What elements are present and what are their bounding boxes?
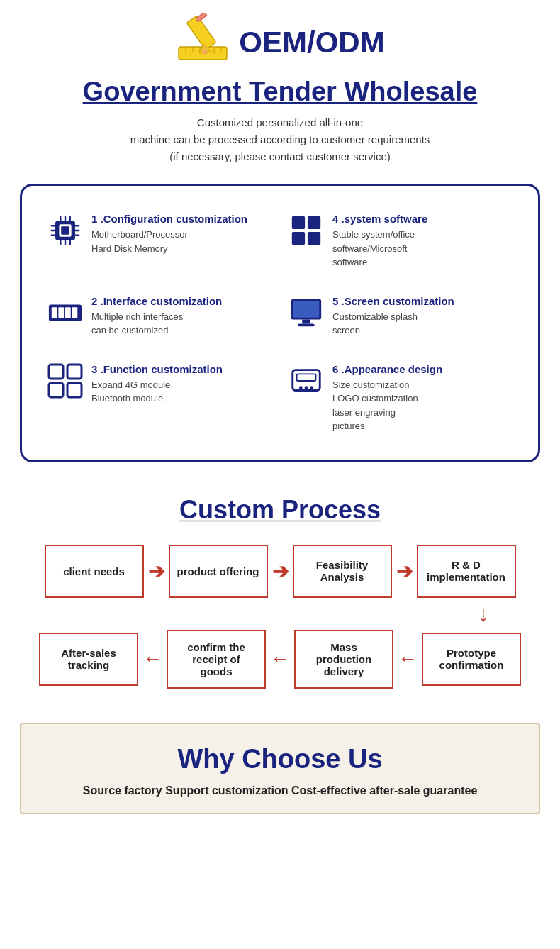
svg-rect-33 (58, 307, 64, 318)
feature-5-text: 5 .Screen customization Customizable spl… (332, 295, 454, 338)
process-box-mass-production: Mass production delivery (294, 630, 393, 689)
port-icon (47, 295, 83, 338)
feature-item-1: 1 .Configuration customization Motherboa… (39, 200, 280, 282)
process-row-1: client needs ➔ product offering ➔ Feasib… (28, 545, 532, 598)
svg-rect-45 (297, 374, 316, 381)
feature-4-desc: Stable system/officesoftware/Microsoftso… (332, 228, 427, 270)
svg-rect-28 (308, 216, 320, 229)
why-subtitle: Source factory Support customization Cos… (35, 784, 525, 797)
feature-3-text: 3 .Function customization Expand 4G modu… (91, 363, 223, 406)
feature-1-desc: Motherboard/ProcessorHard Disk Memory (91, 228, 247, 255)
feature-5-desc: Customizable splashscreen (332, 310, 454, 338)
arrow-left-1: ← (138, 648, 167, 670)
svg-point-46 (299, 386, 303, 389)
process-section: Custom Process client needs ➔ product of… (0, 475, 560, 703)
feature-1-title: 1 .Configuration customization (91, 213, 247, 225)
features-box: 1 .Configuration customization Motherboa… (20, 184, 540, 462)
feature-6-text: 6 .Appearance design Size customizationL… (332, 363, 442, 433)
feature-item-2: 2 .Interface customization Multiple rich… (39, 282, 280, 350)
svg-point-48 (310, 386, 313, 389)
process-row-2: After-sales tracking ← confirm the recei… (28, 630, 532, 689)
svg-point-47 (305, 386, 308, 389)
svg-rect-35 (72, 307, 78, 318)
svg-rect-34 (65, 307, 71, 318)
monitor-icon (289, 295, 324, 338)
feature-6-desc: Size customizationLOGO customizationlase… (332, 378, 442, 433)
feature-item-4: 4 .system software Stable system/offices… (280, 200, 521, 282)
process-box-confirm-receipt: confirm the receipt of goods (167, 630, 266, 689)
oem-title: OEM/ODM (239, 26, 384, 60)
down-arrow-container: ↓ (28, 601, 532, 627)
feature-2-desc: Multiple rich interfacescan be customize… (91, 310, 222, 338)
arrow-left-2: ← (266, 648, 294, 670)
process-box-after-sales: After-sales tracking (39, 633, 138, 686)
cpu-icon (47, 213, 83, 255)
svg-rect-39 (298, 323, 314, 326)
feature-4-text: 4 .system software Stable system/offices… (332, 213, 427, 270)
svg-rect-43 (67, 383, 82, 397)
process-box-feasibility: Feasibility Analysis (293, 545, 392, 598)
process-box-prototype: Prototype confirmation (422, 633, 521, 686)
why-choose-us-section: Why Choose Us Source factory Support cus… (20, 723, 540, 814)
svg-rect-42 (49, 383, 63, 397)
why-title: Why Choose Us (35, 744, 525, 775)
svg-rect-40 (49, 365, 63, 379)
feature-item-6: 6 .Appearance design Size customizationL… (280, 350, 521, 446)
feature-3-title: 3 .Function customization (91, 363, 223, 375)
feature-1-text: 1 .Configuration customization Motherboa… (91, 213, 247, 255)
process-box-client-needs: client needs (45, 545, 144, 598)
process-title: Custom Process (14, 495, 546, 525)
svg-rect-14 (61, 226, 69, 235)
svg-rect-29 (292, 232, 305, 245)
feature-6-title: 6 .Appearance design (332, 363, 442, 375)
feature-2-title: 2 .Interface customization (91, 295, 222, 307)
arrow-left-3: ← (393, 648, 422, 670)
feature-3-desc: Expand 4G moduleBluetooth module (91, 378, 223, 406)
svg-rect-37 (293, 301, 320, 317)
header-top: OEM/ODM (14, 13, 546, 72)
process-flow: client needs ➔ product offering ➔ Feasib… (14, 545, 546, 689)
svg-rect-27 (292, 216, 305, 229)
svg-rect-32 (52, 307, 57, 318)
feature-4-title: 4 .system software (332, 213, 427, 225)
device-icon (289, 363, 324, 406)
down-arrow-icon: ↓ (478, 601, 489, 627)
pencil-ruler-icon (175, 13, 232, 72)
process-box-product-offering: product offering (169, 545, 268, 598)
windows-icon (289, 213, 324, 255)
svg-rect-41 (67, 365, 82, 379)
header-section: OEM/ODM Government Tender Wholesale Cust… (0, 0, 560, 171)
grid-icon (47, 363, 83, 406)
subtitle: Customized personalized all-in-one machi… (14, 114, 546, 165)
feature-item-5: 5 .Screen customization Customizable spl… (280, 282, 521, 350)
svg-rect-30 (308, 232, 320, 245)
feature-item-3: 3 .Function customization Expand 4G modu… (39, 350, 280, 446)
svg-rect-38 (302, 319, 310, 323)
arrow-2: ➔ (268, 560, 293, 583)
features-grid: 1 .Configuration customization Motherboa… (39, 200, 521, 446)
arrow-3: ➔ (392, 560, 417, 583)
arrow-1: ➔ (144, 560, 169, 583)
gov-title: Government Tender Wholesale (14, 77, 546, 107)
feature-2-text: 2 .Interface customization Multiple rich… (91, 295, 222, 338)
process-box-rd: R & D implementation (417, 545, 516, 598)
feature-5-title: 5 .Screen customization (332, 295, 454, 307)
